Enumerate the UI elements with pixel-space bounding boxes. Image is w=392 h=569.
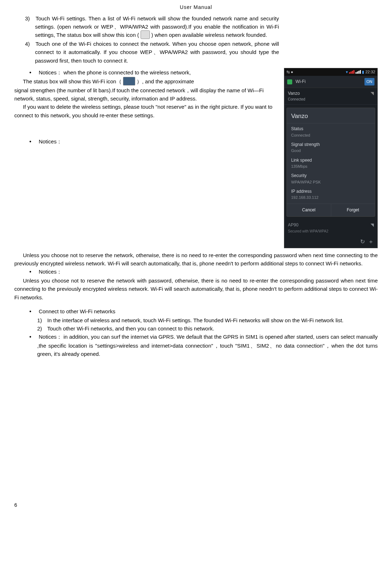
popup-speed-label: Link speed [291,157,371,164]
sub-list-item-1: 1) In the interface of wireless and netw… [38,316,378,324]
popup-forget-button[interactable]: Forget [331,204,375,216]
popup-signal-label: Signal strength [291,141,371,148]
wifi-header-label: Wi-Fi [295,79,305,84]
status-left-icons: ⇆ ● [286,69,293,75]
list-text: Touch other Wi-Fi networks, and then you… [47,325,214,332]
para-text: Unless you choose not to reserve the net… [14,252,378,266]
wifi-network-row-ap90[interactable]: AP90 Secured with WPA/WPA2 ◥ [284,220,377,236]
para-text: ）, and the approximate [137,78,194,84]
wifi-detail-popup: Vanzo StatusConnected Signal strengthGoo… [286,108,375,217]
popup-signal-value: Good [291,148,371,154]
para-text: Unless you choose not to reserve the net… [14,278,378,300]
popup-speed-value: 135Mbps [291,163,371,170]
list-text: Touch one of the Wi-Fi choices to connec… [35,41,279,64]
popup-ip-label: IP address [291,188,371,195]
list-text: ) when open available wireless network f… [151,32,267,38]
bullet-notices-4: Notices： in addition, you can surf the i… [28,333,378,358]
notices-label: Notices： [39,269,62,275]
bullet-connect-other: Connect to other Wi-Fi networks [28,307,378,316]
wifi-settings-icon [287,79,292,84]
popup-security-label: Security [291,172,371,179]
list-number: 3) [25,14,34,23]
list-item-3: 3) Touch Wi-Fi settings. Then a list of … [28,14,378,40]
paragraph-notices-2: Unless you choose not to reserve the net… [14,251,378,268]
bullet-notices-3: Notices： [28,268,378,276]
notices-label: Notices： [39,334,62,340]
popup-title: Vanzo [287,108,375,123]
sub-list-item-2: 2) Touch other Wi-Fi networks, and then … [38,324,378,333]
popup-ip-value: 192.168.33.112 [291,195,371,201]
notices-text: in addition, you can surf the internet v… [37,334,378,357]
page-header: User Manual [14,4,378,11]
para-text: The status box will show this Wi-Fi icon… [23,78,122,84]
popup-security-value: WPA/WPA2 PSK [291,179,371,185]
wifi-on-toggle[interactable]: ON [364,78,375,85]
notices-label: Notices： [39,138,62,144]
paragraph-notices-3: Unless you choose not to reserve the net… [14,276,378,301]
refresh-icon[interactable]: ↻ [360,237,365,246]
wifi-status-icon: ▾ [346,69,348,75]
signal-bars-sim1-icon [349,70,354,74]
wifi-ssid-status: Connected [288,97,305,102]
list-number: 1) [37,316,46,324]
list-number: 2) [37,324,46,333]
wifi-available-icon [141,30,150,39]
wifi-signal-lock-icon: ◥ [371,222,374,234]
signal-bars-sim2-icon [356,70,361,74]
wifi-ssid-label: Vanzo [288,91,300,96]
status-time: 22:32 [365,69,375,75]
wifi-ssid-label: AP90 [288,222,298,227]
popup-status-label: Status [291,126,371,132]
wifi-ssid-security: Secured with WPA/WPA2 [288,229,328,234]
wifi-connected-icon [123,77,135,85]
page-number: 6 [14,501,378,509]
list-text: In the interface of wireless and network… [47,317,343,323]
popup-cancel-button[interactable]: Cancel [287,204,331,216]
phone-screenshot: ⇆ ● ▾ ▮ 22:32 Wi-Fi ON Vanzo [284,68,378,248]
popup-status-value: Connected [291,132,371,138]
list-item-4: 4) Touch one of the Wi-Fi choices to con… [28,40,378,65]
notices-label: Notices： [39,69,62,75]
battery-icon: ▮ [362,69,364,75]
list-number: 4) [25,40,34,48]
add-network-icon[interactable]: ＋ [368,237,374,246]
phone-status-bar: ⇆ ● ▾ ▮ 22:32 [284,68,377,76]
connect-other-label: Connect to other Wi-Fi networks [39,308,115,314]
wifi-network-row[interactable]: Vanzo Connected ◥ [284,88,377,105]
wifi-signal-icon: ◥ [371,90,374,102]
notices-text: when the phone is connected to the wirel… [63,69,191,75]
